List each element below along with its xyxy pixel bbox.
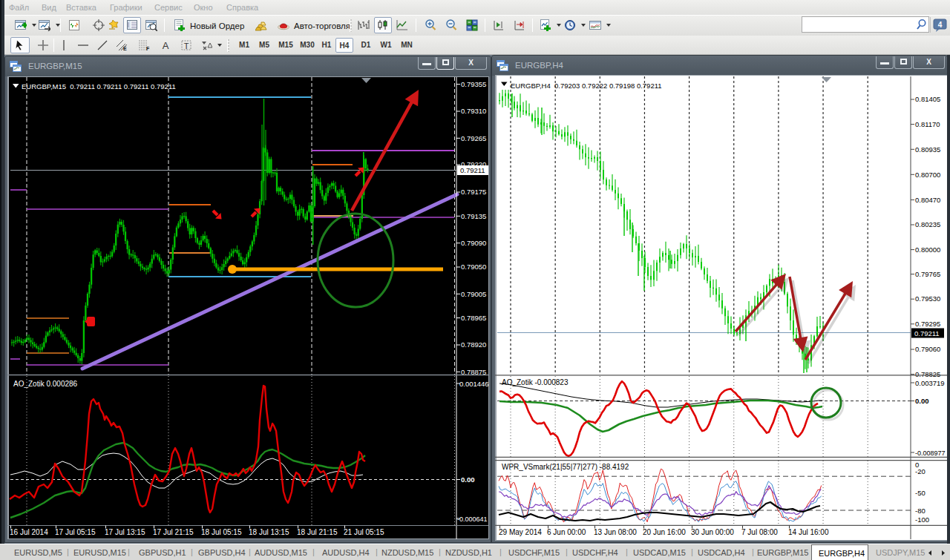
svg-text:0.00: 0.00 [915, 397, 929, 405]
svg-text:F: F [146, 46, 150, 51]
svg-text:0.79005: 0.79005 [461, 290, 486, 298]
svg-text:0.79265: 0.79265 [461, 134, 486, 142]
svg-text:0.81170: 0.81170 [915, 120, 940, 128]
svg-text:17 Jul 13:15: 17 Jul 13:15 [105, 528, 145, 536]
svg-text:0.79310: 0.79310 [461, 107, 486, 115]
svg-text:T: T [184, 42, 189, 50]
svg-text:0.80935: 0.80935 [915, 145, 940, 154]
svg-text:0.79211: 0.79211 [914, 329, 940, 337]
svg-text:0.80470: 0.80470 [915, 196, 940, 204]
svg-text:0.80000: 0.80000 [915, 246, 940, 254]
svg-text:0.79090: 0.79090 [461, 239, 486, 247]
svg-text:7 Jul 08:00: 7 Jul 08:00 [741, 528, 778, 536]
svg-text:16 Jul 2014: 16 Jul 2014 [10, 528, 48, 536]
svg-text:20 Jun 16:00: 20 Jun 16:00 [643, 528, 686, 536]
svg-text:30 Jun 00:00: 30 Jun 00:00 [691, 528, 734, 536]
svg-text:EURGBP,M15 0.79211 0.79211 0.: EURGBP,M15 0.79211 0.79211 0.79211 0.792… [22, 82, 176, 90]
svg-text:13 Jun 08:00: 13 Jun 08:00 [594, 528, 637, 536]
svg-text:4: 4 [938, 21, 943, 29]
svg-text:AO_Zotik 0.000286: AO_Zotik 0.000286 [13, 380, 78, 388]
svg-text:14 Jul 16:00: 14 Jul 16:00 [788, 528, 829, 536]
svg-text:0.79530: 0.79530 [915, 294, 940, 303]
svg-text:0.78965: 0.78965 [461, 314, 486, 322]
svg-text:0.78920: 0.78920 [461, 340, 486, 349]
svg-text:17 Jul 05:15: 17 Jul 05:15 [55, 528, 96, 536]
svg-text:-100: -100 [915, 515, 929, 524]
svg-text:0.79135: 0.79135 [461, 212, 486, 220]
svg-text:-80: -80 [915, 507, 926, 515]
svg-text:0.81405: 0.81405 [915, 95, 940, 103]
svg-text:18 Jul 05:15: 18 Jul 05:15 [201, 528, 242, 536]
svg-text:-20: -20 [915, 467, 926, 475]
svg-text:29 May 2014: 29 May 2014 [499, 528, 542, 536]
svg-text:EURGBP,H4 0.79203 0.79222 0.7: EURGBP,H4 0.79203 0.79222 0.79198 0.7921… [511, 82, 662, 90]
svg-text:0.79175: 0.79175 [461, 188, 486, 196]
svg-text:A: A [163, 40, 169, 51]
svg-text:6 Jun 00:00: 6 Jun 00:00 [547, 528, 586, 536]
svg-text:0.78825: 0.78825 [915, 370, 940, 378]
svg-text:0.00: 0.00 [461, 475, 475, 484]
svg-text:0.80235: 0.80235 [915, 220, 940, 228]
svg-text:18 Jul 13:15: 18 Jul 13:15 [249, 528, 289, 536]
svg-text:-0.000641: -0.000641 [457, 515, 488, 523]
svg-text:0.79295: 0.79295 [915, 320, 940, 328]
svg-text:WPR_VSmark(21|55|77|277) -88.4: WPR_VSmark(21|55|77|277) -88.4192 [502, 463, 629, 471]
svg-text:17 Jul 21:15: 17 Jul 21:15 [153, 528, 194, 536]
svg-text:0.79765: 0.79765 [915, 270, 940, 278]
svg-text:-0.008977: -0.008977 [915, 449, 946, 457]
svg-text:21 Jul 05:15: 21 Jul 05:15 [344, 528, 384, 536]
svg-text:0.79355: 0.79355 [461, 80, 486, 88]
svg-text:0.79060: 0.79060 [915, 345, 940, 353]
svg-text:0.001446: 0.001446 [459, 380, 489, 388]
svg-text:E: E [123, 46, 127, 51]
svg-text:0.79211: 0.79211 [460, 166, 485, 174]
svg-text:0.79050: 0.79050 [461, 263, 486, 271]
svg-text:-50: -50 [915, 489, 926, 497]
svg-text:18 Jul 21:15: 18 Jul 21:15 [297, 528, 338, 536]
svg-text:0.003719: 0.003719 [915, 379, 945, 387]
svg-text:0.80700: 0.80700 [915, 171, 940, 179]
